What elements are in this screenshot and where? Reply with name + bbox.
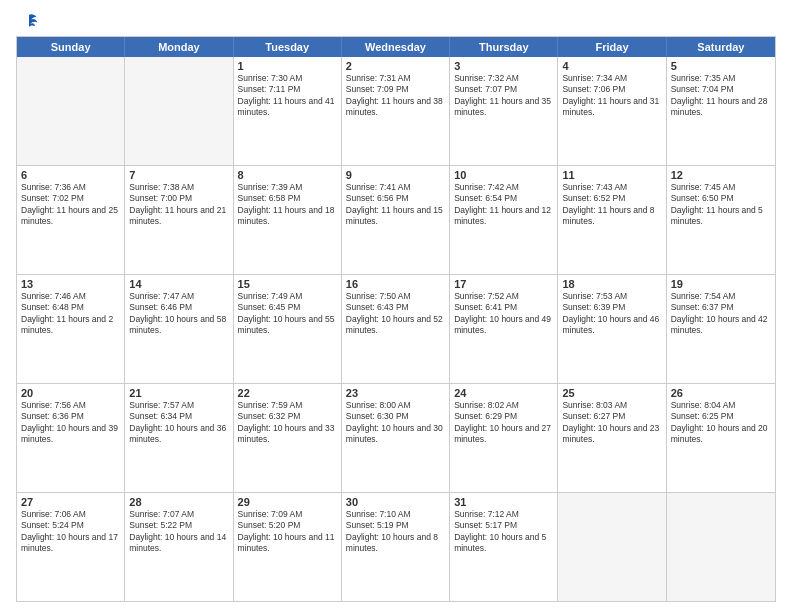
day-number: 14 bbox=[129, 278, 228, 290]
day-info: Sunrise: 8:04 AM Sunset: 6:25 PM Dayligh… bbox=[671, 400, 771, 446]
day-number: 18 bbox=[562, 278, 661, 290]
day-info: Sunrise: 7:49 AM Sunset: 6:45 PM Dayligh… bbox=[238, 291, 337, 337]
day-number: 24 bbox=[454, 387, 553, 399]
table-row: 31Sunrise: 7:12 AM Sunset: 5:17 PM Dayli… bbox=[450, 493, 558, 601]
day-info: Sunrise: 7:53 AM Sunset: 6:39 PM Dayligh… bbox=[562, 291, 661, 337]
day-number: 21 bbox=[129, 387, 228, 399]
table-row: 12Sunrise: 7:45 AM Sunset: 6:50 PM Dayli… bbox=[667, 166, 775, 274]
day-number: 1 bbox=[238, 60, 337, 72]
table-row: 25Sunrise: 8:03 AM Sunset: 6:27 PM Dayli… bbox=[558, 384, 666, 492]
header-day-tuesday: Tuesday bbox=[234, 37, 342, 57]
day-number: 29 bbox=[238, 496, 337, 508]
day-number: 10 bbox=[454, 169, 553, 181]
table-row: 7Sunrise: 7:38 AM Sunset: 7:00 PM Daylig… bbox=[125, 166, 233, 274]
day-info: Sunrise: 7:50 AM Sunset: 6:43 PM Dayligh… bbox=[346, 291, 445, 337]
table-row: 5Sunrise: 7:35 AM Sunset: 7:04 PM Daylig… bbox=[667, 57, 775, 165]
table-row: 1Sunrise: 7:30 AM Sunset: 7:11 PM Daylig… bbox=[234, 57, 342, 165]
day-info: Sunrise: 8:00 AM Sunset: 6:30 PM Dayligh… bbox=[346, 400, 445, 446]
day-info: Sunrise: 7:46 AM Sunset: 6:48 PM Dayligh… bbox=[21, 291, 120, 337]
header-day-saturday: Saturday bbox=[667, 37, 775, 57]
day-info: Sunrise: 7:52 AM Sunset: 6:41 PM Dayligh… bbox=[454, 291, 553, 337]
day-number: 4 bbox=[562, 60, 661, 72]
table-row: 26Sunrise: 8:04 AM Sunset: 6:25 PM Dayli… bbox=[667, 384, 775, 492]
table-row: 19Sunrise: 7:54 AM Sunset: 6:37 PM Dayli… bbox=[667, 275, 775, 383]
week-row-2: 6Sunrise: 7:36 AM Sunset: 7:02 PM Daylig… bbox=[17, 165, 775, 274]
table-row: 28Sunrise: 7:07 AM Sunset: 5:22 PM Dayli… bbox=[125, 493, 233, 601]
table-row: 6Sunrise: 7:36 AM Sunset: 7:02 PM Daylig… bbox=[17, 166, 125, 274]
day-info: Sunrise: 7:32 AM Sunset: 7:07 PM Dayligh… bbox=[454, 73, 553, 119]
week-row-4: 20Sunrise: 7:56 AM Sunset: 6:36 PM Dayli… bbox=[17, 383, 775, 492]
day-number: 22 bbox=[238, 387, 337, 399]
day-info: Sunrise: 7:45 AM Sunset: 6:50 PM Dayligh… bbox=[671, 182, 771, 228]
logo-bird-icon bbox=[20, 12, 38, 30]
day-info: Sunrise: 7:54 AM Sunset: 6:37 PM Dayligh… bbox=[671, 291, 771, 337]
table-row: 9Sunrise: 7:41 AM Sunset: 6:56 PM Daylig… bbox=[342, 166, 450, 274]
table-row: 14Sunrise: 7:47 AM Sunset: 6:46 PM Dayli… bbox=[125, 275, 233, 383]
day-number: 9 bbox=[346, 169, 445, 181]
day-info: Sunrise: 7:39 AM Sunset: 6:58 PM Dayligh… bbox=[238, 182, 337, 228]
day-info: Sunrise: 7:57 AM Sunset: 6:34 PM Dayligh… bbox=[129, 400, 228, 446]
week-row-3: 13Sunrise: 7:46 AM Sunset: 6:48 PM Dayli… bbox=[17, 274, 775, 383]
day-number: 16 bbox=[346, 278, 445, 290]
week-row-1: 1Sunrise: 7:30 AM Sunset: 7:11 PM Daylig… bbox=[17, 57, 775, 165]
day-number: 15 bbox=[238, 278, 337, 290]
day-number: 5 bbox=[671, 60, 771, 72]
day-info: Sunrise: 7:42 AM Sunset: 6:54 PM Dayligh… bbox=[454, 182, 553, 228]
day-info: Sunrise: 7:56 AM Sunset: 6:36 PM Dayligh… bbox=[21, 400, 120, 446]
day-number: 2 bbox=[346, 60, 445, 72]
day-number: 26 bbox=[671, 387, 771, 399]
day-number: 17 bbox=[454, 278, 553, 290]
header-day-monday: Monday bbox=[125, 37, 233, 57]
day-info: Sunrise: 7:59 AM Sunset: 6:32 PM Dayligh… bbox=[238, 400, 337, 446]
table-row bbox=[17, 57, 125, 165]
table-row: 15Sunrise: 7:49 AM Sunset: 6:45 PM Dayli… bbox=[234, 275, 342, 383]
day-number: 12 bbox=[671, 169, 771, 181]
table-row: 3Sunrise: 7:32 AM Sunset: 7:07 PM Daylig… bbox=[450, 57, 558, 165]
day-info: Sunrise: 7:12 AM Sunset: 5:17 PM Dayligh… bbox=[454, 509, 553, 555]
day-info: Sunrise: 7:43 AM Sunset: 6:52 PM Dayligh… bbox=[562, 182, 661, 228]
day-number: 27 bbox=[21, 496, 120, 508]
day-info: Sunrise: 7:06 AM Sunset: 5:24 PM Dayligh… bbox=[21, 509, 120, 555]
table-row: 24Sunrise: 8:02 AM Sunset: 6:29 PM Dayli… bbox=[450, 384, 558, 492]
day-number: 3 bbox=[454, 60, 553, 72]
day-info: Sunrise: 7:10 AM Sunset: 5:19 PM Dayligh… bbox=[346, 509, 445, 555]
table-row: 16Sunrise: 7:50 AM Sunset: 6:43 PM Dayli… bbox=[342, 275, 450, 383]
day-number: 13 bbox=[21, 278, 120, 290]
day-info: Sunrise: 8:03 AM Sunset: 6:27 PM Dayligh… bbox=[562, 400, 661, 446]
day-number: 8 bbox=[238, 169, 337, 181]
day-number: 6 bbox=[21, 169, 120, 181]
calendar: SundayMondayTuesdayWednesdayThursdayFrid… bbox=[16, 36, 776, 602]
day-info: Sunrise: 7:38 AM Sunset: 7:00 PM Dayligh… bbox=[129, 182, 228, 228]
day-number: 11 bbox=[562, 169, 661, 181]
day-info: Sunrise: 8:02 AM Sunset: 6:29 PM Dayligh… bbox=[454, 400, 553, 446]
table-row: 18Sunrise: 7:53 AM Sunset: 6:39 PM Dayli… bbox=[558, 275, 666, 383]
table-row: 2Sunrise: 7:31 AM Sunset: 7:09 PM Daylig… bbox=[342, 57, 450, 165]
day-number: 31 bbox=[454, 496, 553, 508]
header-day-thursday: Thursday bbox=[450, 37, 558, 57]
table-row bbox=[558, 493, 666, 601]
day-info: Sunrise: 7:47 AM Sunset: 6:46 PM Dayligh… bbox=[129, 291, 228, 337]
week-row-5: 27Sunrise: 7:06 AM Sunset: 5:24 PM Dayli… bbox=[17, 492, 775, 601]
day-info: Sunrise: 7:35 AM Sunset: 7:04 PM Dayligh… bbox=[671, 73, 771, 119]
table-row: 22Sunrise: 7:59 AM Sunset: 6:32 PM Dayli… bbox=[234, 384, 342, 492]
day-info: Sunrise: 7:41 AM Sunset: 6:56 PM Dayligh… bbox=[346, 182, 445, 228]
day-info: Sunrise: 7:34 AM Sunset: 7:06 PM Dayligh… bbox=[562, 73, 661, 119]
logo bbox=[16, 12, 40, 30]
table-row: 4Sunrise: 7:34 AM Sunset: 7:06 PM Daylig… bbox=[558, 57, 666, 165]
day-info: Sunrise: 7:07 AM Sunset: 5:22 PM Dayligh… bbox=[129, 509, 228, 555]
day-number: 20 bbox=[21, 387, 120, 399]
day-number: 19 bbox=[671, 278, 771, 290]
table-row: 23Sunrise: 8:00 AM Sunset: 6:30 PM Dayli… bbox=[342, 384, 450, 492]
day-info: Sunrise: 7:31 AM Sunset: 7:09 PM Dayligh… bbox=[346, 73, 445, 119]
calendar-body: 1Sunrise: 7:30 AM Sunset: 7:11 PM Daylig… bbox=[17, 57, 775, 601]
table-row: 29Sunrise: 7:09 AM Sunset: 5:20 PM Dayli… bbox=[234, 493, 342, 601]
table-row: 27Sunrise: 7:06 AM Sunset: 5:24 PM Dayli… bbox=[17, 493, 125, 601]
table-row: 30Sunrise: 7:10 AM Sunset: 5:19 PM Dayli… bbox=[342, 493, 450, 601]
table-row: 11Sunrise: 7:43 AM Sunset: 6:52 PM Dayli… bbox=[558, 166, 666, 274]
table-row bbox=[667, 493, 775, 601]
calendar-header: SundayMondayTuesdayWednesdayThursdayFrid… bbox=[17, 37, 775, 57]
table-row: 17Sunrise: 7:52 AM Sunset: 6:41 PM Dayli… bbox=[450, 275, 558, 383]
day-number: 23 bbox=[346, 387, 445, 399]
table-row: 20Sunrise: 7:56 AM Sunset: 6:36 PM Dayli… bbox=[17, 384, 125, 492]
header-day-sunday: Sunday bbox=[17, 37, 125, 57]
